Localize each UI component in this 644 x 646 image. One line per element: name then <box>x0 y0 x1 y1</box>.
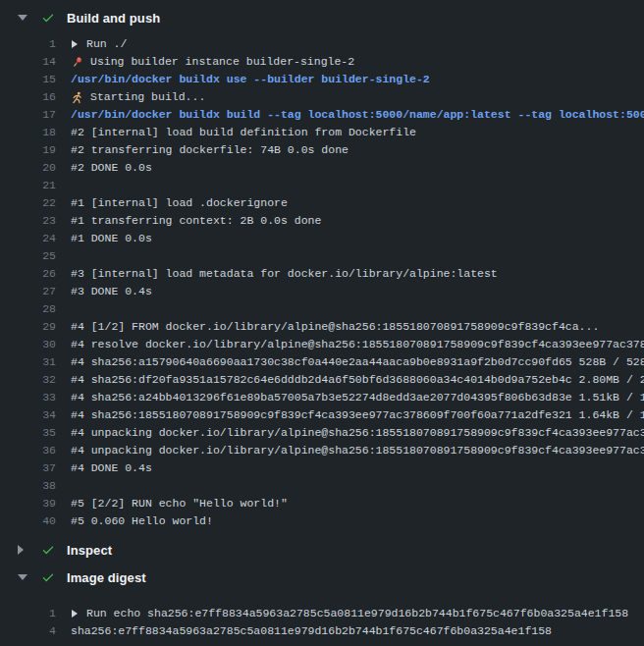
line-number[interactable]: 35 <box>0 424 56 442</box>
section-title: Inspect <box>67 543 112 558</box>
log-text: #4 resolve docker.io/library/alpine@sha2… <box>71 336 644 353</box>
line-number[interactable]: 30 <box>0 336 56 353</box>
log-text: #2 transferring dockerfile: 74B 0.0s don… <box>71 141 349 159</box>
line-number[interactable]: 1 <box>0 605 56 622</box>
line-number[interactable]: 27 <box>0 283 56 300</box>
log-line: 30#4 resolve docker.io/library/alpine@sh… <box>0 336 644 353</box>
line-number[interactable]: 18 <box>0 124 56 141</box>
line-number[interactable]: 37 <box>0 459 56 477</box>
chevron-right-icon[interactable] <box>18 545 24 555</box>
log-line: 35#4 unpacking docker.io/library/alpine@… <box>0 424 644 442</box>
check-success-icon <box>41 543 55 557</box>
line-number[interactable]: 20 <box>0 159 56 177</box>
log-output-text: sha256:e7ff8834a5963a2785c5a0811e979d16b… <box>71 622 644 640</box>
log-text: #4 unpacking docker.io/library/alpine@sh… <box>71 442 644 459</box>
line-number[interactable]: 17 <box>0 106 56 124</box>
log-text: #3 DONE 0.4s <box>71 283 152 300</box>
log-text: #1 transferring context: 2B 0.0s done <box>71 212 321 230</box>
line-number[interactable]: 16 <box>0 88 56 106</box>
section-header-build-and-push[interactable]: Build and push <box>0 6 644 29</box>
log-line: 1Run echo sha256:e7ff8834a5963a2785c5a08… <box>0 605 644 622</box>
log-line: 36#4 unpacking docker.io/library/alpine@… <box>0 442 644 459</box>
log-line: 40#5 0.060 Hello world! <box>0 512 644 530</box>
play-icon[interactable] <box>72 40 78 48</box>
line-number[interactable]: 23 <box>0 212 56 230</box>
log-line: 39#5 [2/2] RUN echo "Hello world!" <box>0 495 644 512</box>
log-text: Run echo sha256:e7ff8834a5963a2785c5a081… <box>86 605 628 622</box>
line-number[interactable]: 15 <box>0 71 56 88</box>
log-output-text: #3 DONE 0.4s <box>71 283 644 300</box>
log-output-text: #2 [internal] load build definition from… <box>71 124 644 141</box>
line-number[interactable]: 28 <box>0 300 56 318</box>
log-line: 1Run ./ <box>0 35 644 53</box>
line-number[interactable]: 38 <box>0 477 56 495</box>
line-number[interactable]: 31 <box>0 353 56 371</box>
pushpin-icon <box>71 55 85 70</box>
line-number[interactable]: 24 <box>0 230 56 247</box>
log-output-text: #5 [2/2] RUN echo "Hello world!" <box>71 495 644 512</box>
log-text: #4 [1/2] FROM docker.io/library/alpine@s… <box>71 318 599 336</box>
chevron-down-icon[interactable] <box>18 574 27 580</box>
log-output-text: Using builder instance builder-single-2 <box>71 53 644 71</box>
log-group-row[interactable]: Run ./ <box>71 35 644 53</box>
section-header-image-digest[interactable]: Image digest <box>0 565 644 589</box>
line-number[interactable]: 14 <box>0 53 56 71</box>
line-number[interactable]: 29 <box>0 318 56 336</box>
section-title: Image digest <box>67 570 146 585</box>
log-line: 26#3 [internal] load metadata for docker… <box>0 265 644 283</box>
play-icon[interactable] <box>72 610 78 618</box>
log-command-text: /usr/bin/docker buildx build --tag local… <box>71 106 644 124</box>
log-line: 29#4 [1/2] FROM docker.io/library/alpine… <box>0 318 644 336</box>
line-number[interactable]: 34 <box>0 406 56 424</box>
log-output-text: #2 DONE 0.0s <box>71 159 644 177</box>
log-line: 38 <box>0 477 644 495</box>
log-command-text: /usr/bin/docker buildx use --builder bui… <box>71 71 644 88</box>
log-text: /usr/bin/docker buildx use --builder bui… <box>71 71 430 88</box>
log-text: sha256:e7ff8834a5963a2785c5a0811e979d16b… <box>71 622 552 640</box>
log-lines-build-and-push: 1Run ./14Using builder instance builder-… <box>0 29 644 530</box>
log-line: 20#2 DONE 0.0s <box>0 159 644 177</box>
log-text: #4 DONE 0.4s <box>71 459 152 477</box>
line-number[interactable]: 26 <box>0 265 56 283</box>
log-line: 34#4 sha256:185518070891758909c9f839cf4c… <box>0 406 644 424</box>
log-group-row[interactable]: Run echo sha256:e7ff8834a5963a2785c5a081… <box>71 605 644 622</box>
log-line: 17/usr/bin/docker buildx build --tag loc… <box>0 106 644 124</box>
log-line: 24#1 DONE 0.0s <box>0 230 644 247</box>
log-line: 33#4 sha256:a24bb4013296f61e89ba57005a7b… <box>0 389 644 406</box>
log-text: Starting build... <box>90 88 205 106</box>
line-number[interactable]: 4 <box>0 622 56 640</box>
log-line: 4sha256:e7ff8834a5963a2785c5a0811e979d16… <box>0 622 644 640</box>
line-number[interactable]: 25 <box>0 247 56 265</box>
log-line: 25 <box>0 247 644 265</box>
line-number[interactable]: 1 <box>0 35 56 53</box>
line-number[interactable]: 19 <box>0 141 56 159</box>
section-header-inspect[interactable]: Inspect <box>0 538 644 562</box>
actions-log-viewer: Build and push 1Run ./14Using builder in… <box>0 0 644 646</box>
line-number[interactable]: 21 <box>0 177 56 194</box>
log-output-text: #2 transferring dockerfile: 74B 0.0s don… <box>71 141 644 159</box>
log-output-text: #4 sha256:185518070891758909c9f839cf4ca3… <box>71 406 644 424</box>
log-output-text: #4 unpacking docker.io/library/alpine@sh… <box>71 442 644 459</box>
log-text: #1 [internal] load .dockerignore <box>71 194 288 212</box>
log-line: 31#4 sha256:a15790640a6690aa1730c38cf0a4… <box>0 353 644 371</box>
log-line: 23#1 transferring context: 2B 0.0s done <box>0 212 644 230</box>
line-number[interactable]: 36 <box>0 442 56 459</box>
line-number[interactable]: 22 <box>0 194 56 212</box>
section-title: Build and push <box>67 11 160 26</box>
chevron-down-icon[interactable] <box>18 15 27 21</box>
line-number[interactable]: 40 <box>0 512 56 530</box>
log-line: 15/usr/bin/docker buildx use --builder b… <box>0 71 644 88</box>
log-output-text: #4 resolve docker.io/library/alpine@sha2… <box>71 336 644 353</box>
log-output-text: #1 [internal] load .dockerignore <box>71 194 644 212</box>
log-text: #4 sha256:a24bb4013296f61e89ba57005a7b3e… <box>71 389 644 406</box>
line-number[interactable]: 33 <box>0 389 56 406</box>
log-line: 21 <box>0 177 644 194</box>
line-number[interactable]: 39 <box>0 495 56 512</box>
log-line: 18#2 [internal] load build definition fr… <box>0 124 644 141</box>
log-text: #4 sha256:a15790640a6690aa1730c38cf0a440… <box>71 353 644 371</box>
log-line: 28 <box>0 300 644 318</box>
log-text: #5 0.060 Hello world! <box>71 512 213 530</box>
log-output-text: #4 DONE 0.4s <box>71 459 644 477</box>
line-number[interactable]: 32 <box>0 371 56 389</box>
log-output-text: #3 [internal] load metadata for docker.i… <box>71 265 644 283</box>
